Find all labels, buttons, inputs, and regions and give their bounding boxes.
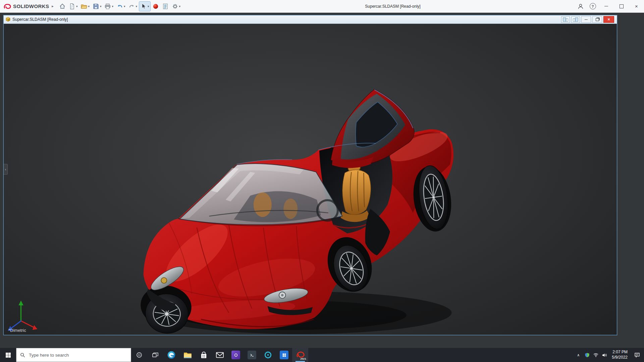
document-titlebar[interactable]: Supercar.SLDASM [Read-only] × [4,15,617,24]
account-button[interactable] [575,0,587,12]
home-button[interactable] [58,1,67,11]
document-list-icon [162,3,169,10]
dropdown-arrow-icon[interactable]: ▾ [179,5,181,8]
document-window-controls: × [561,16,615,23]
security-shield-icon [585,353,590,358]
chevron-up-icon: ∧ [577,353,580,357]
redo-button[interactable]: ▾ [127,1,139,11]
new-document-button[interactable]: ▾ [67,1,79,11]
print-icon [104,3,111,10]
taskbar-app-dark[interactable] [244,348,260,362]
person-icon [577,3,584,10]
solidworks-brand: SOLIDWORKS [0,3,49,9]
action-center-button[interactable] [631,348,643,362]
security-shield-button[interactable] [583,348,591,362]
minimize-icon [585,19,588,20]
dark-app-icon [248,351,256,359]
open-folder-icon [80,3,87,10]
network-button[interactable] [591,348,600,362]
save-button[interactable]: ▾ [91,1,103,11]
dropdown-arrow-icon[interactable]: ▾ [76,5,78,8]
gear-icon [172,3,178,10]
dropdown-arrow-icon[interactable]: ▾ [148,5,149,8]
brand-wordmark: SOLIDWORKS [13,3,49,9]
options-button[interactable]: ▾ [170,1,182,11]
volume-button[interactable] [600,348,609,362]
tile-left-icon [562,17,569,22]
minimize-icon [604,6,608,6]
dropdown-arrow-icon[interactable]: ▾ [112,5,113,8]
wifi-icon [593,353,598,358]
help-icon: ? [590,3,596,9]
tile-left-button[interactable] [561,16,570,23]
blue-app-icon [280,351,288,359]
tile-right-icon [573,17,579,22]
workspace: Supercar.SLDASM [Read-only] × [0,12,644,348]
open-button[interactable]: ▾ [79,1,91,11]
undo-icon [116,3,123,10]
document-close-button[interactable]: × [603,16,614,23]
redo-icon [128,3,135,10]
taskbar-app-file-explorer[interactable] [179,348,196,362]
taskbar-app-purple[interactable] [228,348,244,362]
start-button[interactable] [0,348,16,362]
save-icon [93,3,99,10]
orientation-triad [8,300,37,330]
toolbar-flyout-arrow[interactable]: ▸ [52,4,54,8]
task-view-button[interactable] [147,348,163,362]
store-icon [200,351,208,359]
home-icon [59,3,66,10]
app-titlebar: SOLIDWORKS ▸ ▾ ▾ ▾ ▾ [0,0,644,13]
task-view-icon [152,352,158,358]
document-list-button[interactable] [161,1,170,11]
titlebar-right-controls: ? × [575,0,644,12]
edge-icon [167,351,176,359]
new-document-icon [69,3,75,10]
red-sphere-button[interactable] [151,1,160,11]
screen: SOLIDWORKS ▸ ▾ ▾ ▾ ▾ [0,0,644,362]
undo-button[interactable]: ▾ [115,1,127,11]
view-orientation-label: *Dimetric [8,328,26,333]
taskbar-search[interactable] [16,348,131,362]
dropdown-arrow-icon[interactable]: ▾ [136,5,138,8]
taskbar-app-mail[interactable] [212,348,228,362]
document-restore-button[interactable] [592,16,602,23]
speaker-icon [602,353,607,358]
windows-logo-icon [5,352,11,358]
taskbar-app-teal[interactable] [260,348,276,362]
system-tray: ∧ 2:07 PM 5/9/2022 [574,348,644,362]
maximize-icon [620,4,624,8]
window-close-button[interactable]: × [629,0,644,12]
taskbar-app-store[interactable] [196,348,212,362]
solidworks-logo-icon [3,3,11,9]
3d-scene[interactable] [4,24,617,335]
document-minimize-button[interactable] [581,16,591,23]
app-window-title: Supercar.SLDASM [Read-only] [365,4,420,9]
tray-expand-button[interactable]: ∧ [574,348,583,362]
taskbar: 2021 ∧ 2:07 PM 5/9/2022 [0,348,644,362]
taskbar-app-edge[interactable] [163,348,179,362]
action-center-icon [634,353,640,358]
cortana-icon [136,352,142,358]
help-button[interactable]: ? [587,0,599,12]
taskbar-app-blue[interactable] [276,348,292,362]
purple-app-icon [231,351,240,359]
dropdown-arrow-icon[interactable]: ▾ [88,5,90,8]
cortana-button[interactable] [131,348,147,362]
dropdown-arrow-icon[interactable]: ▾ [124,5,125,8]
quick-access-toolbar: ▾ ▾ ▾ ▾ ▾ ▾ ▾ [58,1,182,11]
taskbar-clock[interactable]: 2:07 PM 5/9/2022 [609,350,631,360]
taskbar-app-solidworks[interactable]: 2021 [292,348,308,362]
restore-icon [596,18,599,21]
window-maximize-button[interactable] [614,0,629,12]
select-cursor-icon [140,3,147,10]
taskbar-search-input[interactable] [28,352,127,358]
window-minimize-button[interactable] [599,0,614,12]
file-explorer-icon [183,351,192,359]
graphics-viewport[interactable]: *Dimetric ‹ [4,24,617,335]
dropdown-arrow-icon[interactable]: ▾ [100,5,102,8]
select-tool-button[interactable]: ▾ [139,1,151,11]
print-button[interactable]: ▾ [103,1,115,11]
tile-right-button[interactable] [571,16,580,23]
feature-panel-expand-tab[interactable]: ‹ [4,164,8,175]
